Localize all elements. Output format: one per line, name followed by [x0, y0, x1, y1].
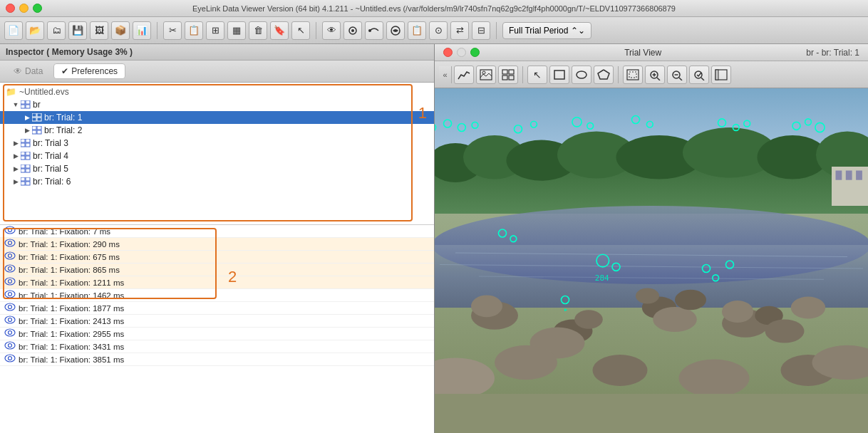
svg-point-80: [557, 132, 636, 179]
svg-point-126: [718, 119, 726, 127]
svg-rect-16: [21, 139, 25, 142]
save-button[interactable]: 💾: [68, 21, 87, 40]
svg-point-107: [765, 320, 805, 343]
tree-item-trial-5-label: br: Trial 5: [33, 164, 68, 174]
fixation-label: br: Trial: 1: Fixation: 1211 ms: [19, 278, 124, 287]
list-item[interactable]: br: Trial: 1: Fixation: 3431 ms: [0, 340, 434, 353]
eye-tool-1[interactable]: 👁: [322, 21, 341, 40]
export-3d-button[interactable]: 📦: [111, 21, 130, 40]
svg-point-81: [616, 135, 703, 179]
image-overlay-button[interactable]: [623, 66, 643, 84]
svg-point-49: [9, 331, 12, 335]
eye-icon: [4, 277, 16, 288]
tab-preferences-label: Preferences: [71, 66, 118, 76]
cut-button[interactable]: ✂: [163, 21, 182, 40]
svg-point-99: [530, 328, 585, 359]
polygon-tool-button[interactable]: [594, 66, 614, 84]
close-button[interactable]: [443, 48, 453, 57]
export-data-button[interactable]: 📊: [133, 21, 151, 40]
zoom-in-button[interactable]: [645, 66, 665, 84]
maximize-button[interactable]: [33, 4, 42, 13]
collapse-button[interactable]: «: [439, 66, 452, 83]
svg-point-130: [805, 119, 812, 125]
grid-button[interactable]: ⊞: [206, 21, 224, 40]
tree-item-trial-3[interactable]: ▶ br: Trial 3: [0, 137, 434, 150]
cursor-button[interactable]: ↖: [291, 21, 310, 40]
tree-item-br[interactable]: ▼ br: [0, 98, 434, 111]
separator-3: [496, 22, 497, 39]
zoom-out-button[interactable]: [667, 66, 687, 84]
list-item[interactable]: br: Trial: 1: Fixation: 2955 ms: [0, 328, 434, 340]
fixation-label: br: Trial: 1: Fixation: 2413 ms: [19, 317, 124, 325]
zoom-fit-button[interactable]: [689, 66, 709, 84]
window-title: EyeLink Data Viewer Version (64 bit) 4.1…: [192, 4, 676, 13]
minimize-button[interactable]: [457, 48, 466, 57]
tree-area[interactable]: 1 📁 ~Untitled.evs ▼ br ▶: [0, 83, 434, 225]
grid-icon: [31, 125, 43, 135]
graph-button[interactable]: [454, 66, 474, 84]
list-item[interactable]: br: Trial: 1: Fixation: 865 ms: [0, 264, 434, 276]
svg-rect-29: [26, 177, 30, 181]
trial-period-dropdown[interactable]: Full Trial Period ⌃⌄: [502, 22, 591, 39]
grid-view-button[interactable]: [498, 66, 518, 84]
maximize-button[interactable]: [470, 48, 480, 57]
close-button[interactable]: [6, 4, 15, 13]
list-item[interactable]: br: Trial: 1: Fixation: 1877 ms: [0, 302, 434, 315]
bookmark-button[interactable]: 🔖: [270, 21, 289, 40]
tab-data-label: Data: [25, 66, 43, 76]
svg-point-90: [435, 206, 868, 284]
svg-rect-14: [32, 130, 36, 134]
svg-rect-24: [21, 165, 25, 168]
tree-item-trial-5[interactable]: ▶ br: Trial 5: [0, 162, 434, 175]
title-bar: EyeLink Data Viewer Version (64 bit) 4.1…: [0, 0, 868, 17]
duplicate-button[interactable]: 🗂: [47, 21, 66, 40]
grid2-button[interactable]: ⊟: [472, 21, 490, 40]
fixation-list[interactable]: 2 br: Trial: 1: Fixation: 7 ms br: Trial…: [0, 225, 434, 433]
minimize-button[interactable]: [19, 4, 29, 13]
eye-tool-3[interactable]: [365, 21, 383, 40]
svg-rect-23: [26, 156, 30, 160]
svg-point-118: [458, 124, 465, 132]
arrows-button[interactable]: ⇄: [450, 21, 469, 40]
list-item[interactable]: br: Trial: 1: Fixation: 2413 ms: [0, 315, 434, 328]
svg-point-138: [713, 275, 719, 281]
circle-button[interactable]: ⊙: [429, 21, 448, 40]
new-button[interactable]: 📄: [4, 21, 23, 40]
svg-rect-21: [26, 152, 30, 155]
svg-point-132: [499, 229, 507, 237]
select-button[interactable]: ▦: [227, 21, 246, 40]
delete-button[interactable]: 🗑: [249, 21, 267, 40]
expand-arrow-icon: ▶: [11, 139, 20, 147]
svg-point-123: [587, 122, 594, 129]
eye-tool-2[interactable]: [343, 21, 362, 40]
list-item[interactable]: br: Trial: 1: Fixation: 1462 ms: [0, 289, 434, 302]
export-view-button[interactable]: [711, 66, 731, 84]
cursor-tool-button[interactable]: ↖: [527, 66, 547, 84]
svg-point-39: [9, 267, 12, 271]
tree-item-trial-6[interactable]: ▶ br: Trial: 6: [0, 175, 434, 188]
copy-button[interactable]: 📋: [185, 21, 203, 40]
rectangle-tool-button[interactable]: [549, 66, 569, 84]
oval-tool-button[interactable]: [572, 66, 591, 84]
list-item[interactable]: br: Trial: 1: Fixation: 675 ms: [0, 251, 434, 264]
eye-tool-4[interactable]: [386, 21, 405, 40]
svg-point-116: [435, 124, 436, 132]
svg-rect-91: [435, 245, 868, 308]
tree-item-trial-4[interactable]: ▶ br: Trial 4: [0, 150, 434, 162]
list-item[interactable]: br: Trial: 1: Fixation: 7 ms: [0, 225, 434, 238]
tab-data[interactable]: 👁 Data: [6, 63, 51, 79]
export-img-button[interactable]: 🖼: [90, 21, 108, 40]
list-item[interactable]: br: Trial: 1: Fixation: 290 ms: [0, 238, 434, 251]
tab-preferences[interactable]: ✔ Preferences: [53, 63, 125, 79]
open-button[interactable]: 📂: [26, 21, 44, 40]
svg-point-55: [482, 71, 485, 74]
list-item[interactable]: br: Trial: 1: Fixation: 1211 ms: [0, 276, 434, 289]
eye-icon: [4, 315, 16, 326]
list-item[interactable]: br: Trial: 1: Fixation: 3851 ms: [0, 353, 434, 366]
tree-file-label: 📁 ~Untitled.evs: [0, 85, 434, 98]
doc-button[interactable]: 📋: [408, 21, 426, 40]
tree-item-trial-1[interactable]: ▶ br: Trial: 1: [0, 111, 434, 124]
eye-icon: [4, 328, 16, 339]
image-button[interactable]: [476, 66, 496, 84]
tree-item-trial-2[interactable]: ▶ br: Trial: 2: [0, 124, 434, 137]
